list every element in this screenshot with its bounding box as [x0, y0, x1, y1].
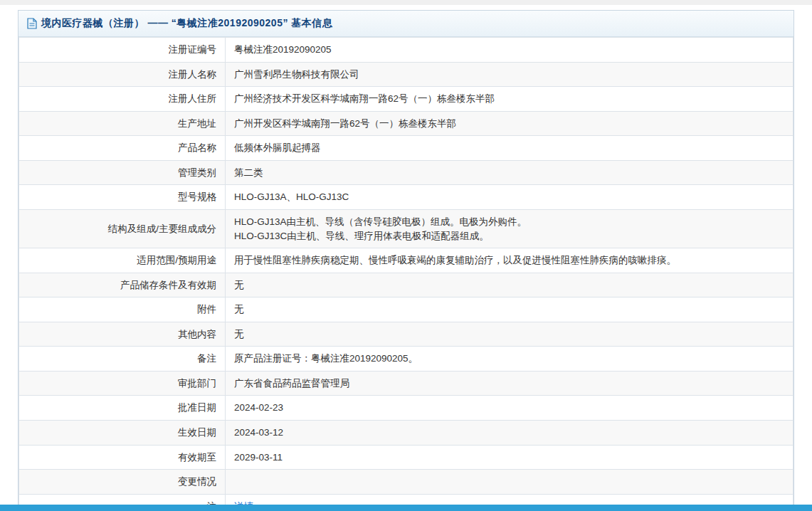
row-label: 审批部门: [19, 371, 226, 396]
table-row: 适用范围/预期用途用于慢性阻塞性肺疾病稳定期、慢性呼吸衰竭的康复辅助治疗，以及促…: [19, 248, 793, 273]
row-value: 无: [226, 322, 793, 347]
page-top-strip: [0, 0, 812, 5]
table-row: 变更情况: [19, 470, 793, 495]
table-row: 生效日期2024-03-12: [19, 421, 793, 446]
row-value: 广州经济技术开发区科学城南翔一路62号（一）栋叁楼东半部: [226, 87, 793, 112]
page-title-prefix: 境内医疗器械（注册） ——: [41, 17, 172, 28]
page-title-cert-number: “粤械注准20192090205”: [172, 17, 288, 28]
row-value: 2024-02-23: [226, 396, 793, 421]
table-row: 注册人名称广州雪利昂生物科技有限公司: [19, 62, 793, 87]
table-row: 附件无: [19, 297, 793, 322]
row-value: [226, 470, 793, 495]
page-title: 境内医疗器械（注册） —— “粤械注准20192090205” 基本信息: [41, 17, 332, 30]
row-value: 粤械注准20192090205: [226, 38, 793, 63]
row-value: 第二类: [226, 160, 793, 185]
table-row: 产品储存条件及有效期无: [19, 273, 793, 297]
row-value: 无: [226, 273, 793, 297]
row-label: 其他内容: [19, 322, 226, 347]
registration-info-panel: 境内医疗器械（注册） —— “粤械注准20192090205” 基本信息 注册证…: [18, 10, 794, 511]
row-label: 适用范围/预期用途: [19, 248, 226, 273]
row-value: 广州雪利昂生物科技有限公司: [226, 62, 793, 87]
row-value: HLO-GJ13A、HLO-GJ13C: [226, 185, 793, 210]
registration-info-table: 注册证编号粤械注准20192090205注册人名称广州雪利昂生物科技有限公司注册…: [19, 37, 793, 511]
row-label: 产品名称: [19, 136, 226, 161]
row-value: 无: [226, 297, 793, 322]
table-row: 有效期至2029-03-11: [19, 445, 793, 470]
row-label: 结构及组成/主要组成成分: [19, 209, 226, 248]
row-label: 批准日期: [19, 396, 226, 421]
row-label: 产品储存条件及有效期: [19, 273, 226, 297]
row-value: 用于慢性阻塞性肺疾病稳定期、慢性呼吸衰竭的康复辅助治疗，以及促进慢性阻塞性肺疾病…: [226, 248, 793, 273]
table-row: 注册人住所广州经济技术开发区科学城南翔一路62号（一）栋叁楼东半部: [19, 87, 793, 112]
row-value: 2029-03-11: [226, 445, 793, 470]
table-row: 生产地址广州开发区科学城南翔一路62号（一）栋叁楼东半部: [19, 111, 793, 136]
table-row: 结构及组成/主要组成成分HLO-GJ13A由主机、导线（含传导硅胶电极）组成。电…: [19, 209, 793, 248]
row-label: 附件: [19, 297, 226, 322]
row-label: 变更情况: [19, 470, 226, 495]
row-label: 生效日期: [19, 421, 226, 446]
row-label: 注册人住所: [19, 87, 226, 112]
row-value: HLO-GJ13A由主机、导线（含传导硅胶电极）组成。电极为外购件。 HLO-G…: [226, 209, 793, 248]
row-label: 型号规格: [19, 185, 226, 210]
row-label: 注册证编号: [19, 38, 226, 63]
page-title-suffix: 基本信息: [288, 17, 332, 28]
row-label: 生产地址: [19, 111, 226, 136]
table-row: 审批部门广东省食品药品监督管理局: [19, 371, 793, 396]
table-row: 其他内容无: [19, 322, 793, 347]
table-row: 批准日期2024-02-23: [19, 396, 793, 421]
row-label: 注册人名称: [19, 62, 226, 87]
panel-header: 境内医疗器械（注册） —— “粤械注准20192090205” 基本信息: [19, 11, 793, 37]
row-label: 有效期至: [19, 445, 226, 470]
table-row: 备注原产品注册证号：粤械注准20192090205。: [19, 347, 793, 372]
document-icon: [27, 18, 37, 29]
row-value: 广州开发区科学城南翔一路62号（一）栋叁楼东半部: [226, 111, 793, 136]
table-row: 产品名称低频体外膈肌起搏器: [19, 136, 793, 161]
row-label: 备注: [19, 347, 226, 372]
row-value: 原产品注册证号：粤械注准20192090205。: [226, 347, 793, 372]
table-row: 注册证编号粤械注准20192090205: [19, 38, 793, 63]
table-row: 管理类别第二类: [19, 160, 793, 185]
footer-accent-bar: [0, 505, 812, 511]
row-value: 广东省食品药品监督管理局: [226, 371, 793, 396]
table-row: 型号规格HLO-GJ13A、HLO-GJ13C: [19, 185, 793, 210]
row-value: 低频体外膈肌起搏器: [226, 136, 793, 161]
row-label: 管理类别: [19, 160, 226, 185]
row-value: 2024-03-12: [226, 421, 793, 446]
